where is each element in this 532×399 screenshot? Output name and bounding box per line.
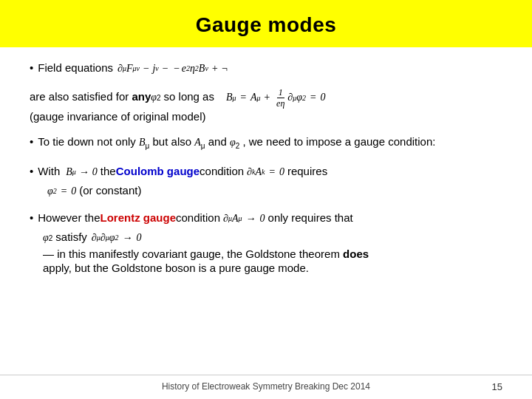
bullet5-dot: • — [30, 209, 33, 226]
bullet1-eq: ∂μ Fμν − jν − − e2 η2 Bν + ¬ — [117, 61, 228, 77]
bullet3-line: • To tie down not only Bμ but also Aμ an… — [30, 133, 502, 152]
bullet4-dot: • — [30, 163, 33, 180]
footer-text: History of Electroweak Symmetry Breaking… — [162, 381, 370, 392]
bullet2-pre: are also satisfied for any — [30, 88, 151, 106]
bullet2-line2: (gauge invariance of original model) — [30, 110, 502, 123]
coulomb-label: Coulomb gauge — [116, 163, 200, 180]
bullet1-dot: • — [30, 59, 33, 76]
bullet2-line1: are also satisfied for any φ2 so long as… — [30, 87, 502, 109]
bullet3-dot: • — [30, 133, 33, 150]
slide: Gauge modes • Field equations ∂μ Fμν − j… — [0, 0, 532, 399]
bullet3-text: To tie down not only Bμ but also Aμ and … — [38, 133, 435, 152]
bullet4-line1: • With Bμ → 0 the Coulomb gauge conditio… — [30, 163, 502, 180]
title-bar: Gauge modes — [0, 0, 532, 47]
content-area: • Field equations ∂μ Fμν − jν − − e2 η2 … — [0, 47, 532, 375]
bullet5-cond-eq: ∂μ Aμ → 0 — [223, 211, 265, 227]
bullet4-cond-eq: ∂k Ak = 0 — [247, 164, 284, 180]
bullet5-line4: apply, but the Goldstone boson is a pure… — [43, 262, 502, 274]
bullet4-line2: φ2 = 0 (or constant) — [43, 182, 502, 200]
bullet4-phi2-eq: φ2 = 0 — [47, 183, 76, 200]
bullet2-eq: Bμ = Aμ + 1 eη ∂μ φ2 = 0 — [226, 87, 326, 109]
bullet5-line1: • However the Lorentz gauge condition ∂μ… — [30, 209, 502, 227]
footer: History of Electroweak Symmetry Breaking… — [0, 375, 532, 399]
bullet-field-equations: • Field equations ∂μ Fμν − jν − − e2 η2 … — [30, 59, 502, 77]
bullet-tiedown: • To tie down not only Bμ but also Aμ an… — [30, 133, 502, 152]
bullet5-line2: φ2 satisfy ∂μ ∂μ φ2 → 0 — [43, 228, 502, 246]
bullet4-with: With — [38, 163, 60, 180]
bullet1-label: Field equations — [38, 59, 113, 76]
bullet5-line3: — in this manifestly covariant gauge, th… — [43, 248, 502, 260]
bullet4-bmu-eq: Bμ → 0 — [66, 164, 98, 180]
bullet1-line: • Field equations ∂μ Fμν − jν − − e2 η2 … — [30, 59, 502, 77]
bullet5-satisfy-eq: ∂μ ∂μ φ2 → 0 — [92, 230, 142, 246]
footer-page: 15 — [492, 381, 502, 392]
lorentz-label: Lorentz gauge — [100, 209, 176, 226]
slide-title: Gauge modes — [15, 13, 517, 37]
bullet-lorentz: • However the Lorentz gauge condition ∂μ… — [30, 209, 502, 273]
bullet-coulomb: • With Bμ → 0 the Coulomb gauge conditio… — [30, 163, 502, 199]
bullet-satisfied: are also satisfied for any φ2 so long as… — [30, 87, 502, 123]
